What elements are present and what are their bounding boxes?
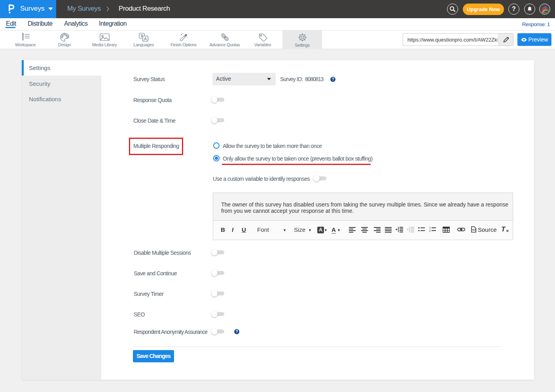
- svg-text:1: 1: [429, 226, 431, 229]
- svg-text:2: 2: [429, 229, 431, 232]
- svg-text:<>: <>: [472, 228, 477, 232]
